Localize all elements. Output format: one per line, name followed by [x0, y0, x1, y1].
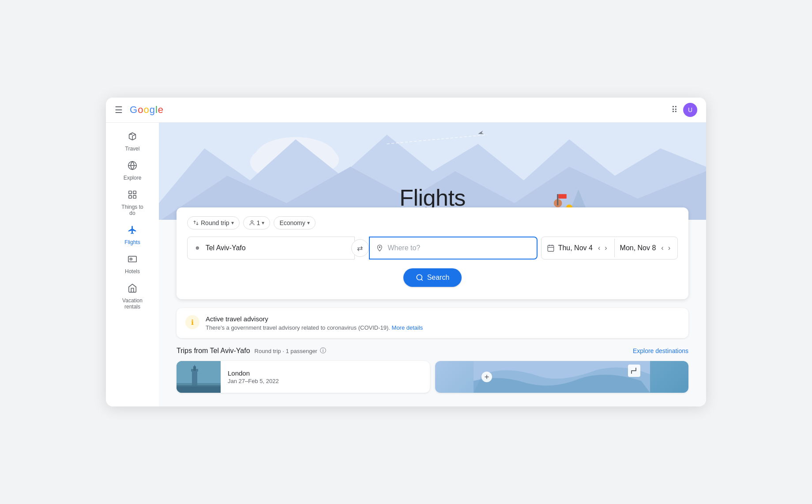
advisory-card: ℹ Active travel advisory There's a gover…: [177, 308, 688, 338]
svg-rect-30: [548, 245, 554, 252]
sidebar-label-things-to-do: Things to do: [118, 204, 147, 216]
advisory-title: Active travel advisory: [206, 315, 680, 323]
menu-icon[interactable]: ☰: [115, 105, 123, 115]
svg-point-28: [197, 248, 198, 249]
svg-rect-42: [177, 383, 221, 387]
trip-card-map[interactable]: [435, 361, 688, 393]
flights-icon: [128, 225, 137, 237]
svg-rect-24: [557, 194, 558, 206]
depart-next-button[interactable]: ›: [603, 243, 609, 253]
trip-type-selector[interactable]: Round trip ▾: [187, 216, 240, 229]
trips-meta: Round trip · 1 passenger ⓘ: [255, 347, 326, 355]
search-card: Round trip ▾ 1 ▾ Economy ▾: [177, 207, 688, 299]
svg-rect-3: [129, 196, 132, 198]
london-trip-info: London Jan 27–Feb 5, 2022: [221, 364, 286, 390]
destination-field[interactable]: [369, 237, 538, 260]
sidebar-item-vacation-rentals[interactable]: Vacation rentals: [113, 280, 152, 313]
sidebar-item-things-to-do[interactable]: Things to do: [113, 186, 152, 220]
advisory-more-details-link[interactable]: More details: [392, 324, 423, 331]
trip-type-chevron: ▾: [231, 220, 234, 226]
logo-letter-e: e: [158, 104, 163, 116]
origin-field[interactable]: [187, 237, 355, 260]
svg-point-34: [417, 275, 422, 280]
london-city: London: [228, 369, 279, 377]
return-next-button[interactable]: ›: [666, 243, 672, 253]
depart-date-field[interactable]: Thu, Nov 4 ‹ ›: [541, 239, 615, 257]
sidebar-label-hotels: Hotels: [125, 268, 140, 275]
sidebar-label-explore: Explore: [124, 175, 142, 181]
sidebar-item-hotels[interactable]: Hotels: [113, 251, 152, 278]
logo-letter-g: G: [130, 104, 137, 116]
hero-section: Flights: [159, 123, 706, 220]
sidebar-label-travel: Travel: [125, 146, 140, 152]
map-illustration: [435, 361, 688, 393]
return-date-value: Mon, Nov 8: [620, 244, 656, 252]
top-bar-left: ☰ Google: [115, 104, 163, 116]
svg-rect-25: [558, 194, 567, 199]
trip-type-label: Round trip: [201, 219, 229, 226]
calendar-icon: [547, 244, 555, 252]
return-date-nav: ‹ ›: [659, 243, 672, 253]
class-chevron: ▾: [307, 220, 310, 226]
browser-window: ☰ Google ⠿ U Travel: [106, 98, 706, 406]
return-date-field[interactable]: Mon, Nov 8 ‹ ›: [615, 239, 677, 257]
london-trip-image: [177, 361, 221, 393]
london-image-illustration: [177, 361, 221, 393]
logo-letter-o1: o: [138, 104, 143, 116]
search-icon: [416, 274, 424, 282]
passengers-selector[interactable]: 1 ▾: [243, 216, 271, 229]
user-avatar[interactable]: U: [683, 103, 697, 117]
destination-input[interactable]: [387, 244, 530, 252]
svg-rect-5: [130, 258, 132, 260]
depart-date-value: Thu, Nov 4: [558, 244, 593, 252]
sidebar-item-flights[interactable]: Flights: [113, 222, 152, 249]
swap-button[interactable]: ⇄: [351, 239, 369, 257]
main-layout: Travel Explore: [106, 123, 706, 406]
passengers-label: 1: [257, 219, 260, 226]
travel-icon: [128, 132, 137, 144]
search-options: Round trip ▾ 1 ▾ Economy ▾: [187, 216, 678, 229]
explore-icon: [128, 161, 137, 173]
svg-rect-4: [133, 196, 136, 198]
search-button-container: Search: [187, 268, 678, 287]
sidebar-item-travel[interactable]: Travel: [113, 128, 152, 155]
apps-grid-icon[interactable]: ⠿: [671, 105, 678, 115]
vacation-rentals-icon: [128, 283, 137, 296]
passengers-chevron: ▾: [262, 220, 264, 226]
explore-destinations-link[interactable]: Explore destinations: [633, 347, 688, 354]
trips-grid: London Jan 27–Feb 5, 2022: [177, 361, 688, 393]
trip-card-london[interactable]: London Jan 27–Feb 5, 2022: [177, 361, 430, 393]
top-bar: ☰ Google ⠿ U: [106, 98, 706, 123]
svg-rect-2: [133, 191, 136, 194]
logo-letter-o2: o: [143, 104, 149, 116]
search-button-label: Search: [427, 274, 450, 282]
trips-title: Trips from Tel Aviv-Yafo: [177, 347, 250, 355]
advisory-content: Active travel advisory There's a governm…: [206, 315, 680, 331]
logo-letter-g2: g: [150, 104, 155, 116]
svg-point-29: [379, 246, 380, 248]
class-selector[interactable]: Economy ▾: [274, 216, 315, 229]
sidebar-item-explore[interactable]: Explore: [113, 157, 152, 184]
sidebar-label-vacation-rentals: Vacation rentals: [118, 297, 147, 310]
trips-info-icon[interactable]: ⓘ: [320, 347, 326, 355]
depart-date-nav: ‹ ›: [596, 243, 609, 253]
origin-pin-icon: [194, 244, 201, 252]
hotels-icon: [128, 254, 137, 267]
return-prev-button[interactable]: ‹: [659, 243, 665, 253]
origin-input[interactable]: [206, 244, 348, 252]
round-trip-icon: [193, 220, 199, 226]
trips-section: Trips from Tel Aviv-Yafo Round trip · 1 …: [177, 347, 688, 393]
sidebar-label-flights: Flights: [124, 239, 140, 245]
london-dates: Jan 27–Feb 5, 2022: [228, 378, 279, 384]
map-trip-image: [435, 361, 688, 393]
svg-point-26: [251, 221, 253, 223]
destination-pin-icon: [376, 244, 383, 252]
google-logo: Google: [130, 104, 163, 116]
search-button[interactable]: Search: [403, 268, 462, 287]
sidebar: Travel Explore: [106, 123, 159, 406]
logo-letter-l: l: [155, 104, 158, 116]
content-area: Flights Round trip ▾: [159, 123, 706, 406]
depart-prev-button[interactable]: ‹: [596, 243, 602, 253]
top-bar-right: ⠿ U: [671, 103, 697, 117]
class-label: Economy: [279, 219, 305, 226]
